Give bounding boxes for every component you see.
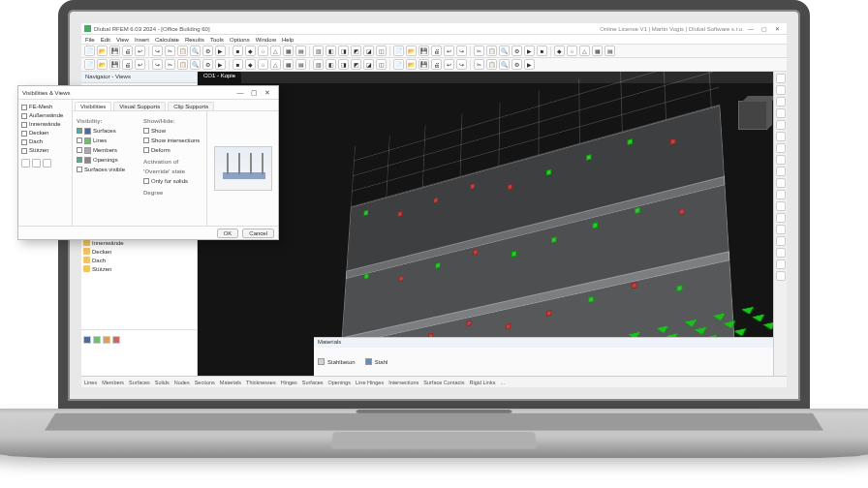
toolbar-button[interactable]: ▤: [295, 59, 306, 70]
toolbar-button[interactable]: ▦: [592, 46, 603, 56]
nav-tab-results-icon[interactable]: [112, 336, 120, 344]
checkbox-icon[interactable]: [77, 137, 82, 143]
dialog-tree-panel[interactable]: FE-MeshAußenwändeInnenwändeDeckenDachStü…: [18, 100, 73, 226]
dialog-titlebar[interactable]: Visibilities & Views — ▢ ✕: [18, 86, 278, 100]
side-tool-button[interactable]: [776, 225, 786, 234]
nav-tab-views-icon[interactable]: [103, 336, 110, 344]
toolbar-button[interactable]: ◫: [376, 46, 387, 56]
toolbar-button[interactable]: ↩: [135, 46, 145, 56]
toolbar-button[interactable]: ▤: [295, 46, 306, 56]
status-item[interactable]: Sections: [195, 380, 215, 385]
toolbar-button[interactable]: ↪: [456, 46, 467, 56]
dlg-option[interactable]: Members: [77, 145, 136, 155]
side-tool-button[interactable]: [776, 155, 786, 165]
menu-item[interactable]: Insert: [135, 37, 149, 43]
toolbar-button[interactable]: 📂: [406, 46, 417, 56]
toolbar-button[interactable]: ○: [258, 59, 268, 70]
toolbar-button[interactable]: 📂: [97, 46, 108, 56]
dlg-option[interactable]: Openings: [77, 155, 136, 165]
toolbar-button[interactable]: ◨: [338, 59, 349, 70]
toolbar-button[interactable]: ↪: [152, 46, 163, 56]
menu-item[interactable]: Calculate: [155, 37, 179, 43]
dlg-tree-item[interactable]: Außenwände: [21, 111, 69, 120]
toolbar-button[interactable]: ◆: [245, 46, 256, 56]
toolbar-button[interactable]: 🔍: [190, 59, 201, 70]
toolbar-button[interactable]: 🔍: [190, 46, 201, 56]
toolbar-button[interactable]: 📋: [486, 46, 497, 56]
menu-item[interactable]: Options: [230, 37, 250, 43]
status-item[interactable]: Nodes: [174, 380, 190, 385]
side-tool-button[interactable]: [776, 190, 786, 199]
dlg-tab-visibilities[interactable]: Visibilities: [75, 102, 111, 110]
min-icon[interactable]: —: [748, 26, 754, 32]
toolbar-button[interactable]: ◧: [326, 59, 336, 70]
toolbar-button[interactable]: 📋: [486, 59, 497, 70]
side-tool-button[interactable]: [776, 259, 786, 269]
toolbar-button[interactable]: ⚙: [512, 46, 522, 56]
side-tool-button[interactable]: [776, 108, 786, 118]
toolbar-button[interactable]: ▶: [215, 59, 226, 70]
toolbar-button[interactable]: ◆: [554, 46, 565, 56]
dlg-copy-icon[interactable]: [32, 159, 41, 168]
toolbar-button[interactable]: ↪: [152, 59, 163, 70]
dlg-option[interactable]: Surfaces visible: [77, 165, 136, 174]
status-item[interactable]: Lines: [84, 380, 97, 385]
dlg-option[interactable]: Deform: [143, 145, 202, 155]
toolbar-button[interactable]: 💾: [418, 59, 429, 70]
dlg-tab-clip[interactable]: Clip Supports: [168, 102, 214, 110]
toolbar-button[interactable]: ◆: [245, 59, 256, 70]
toolbar-button[interactable]: ■: [537, 46, 547, 56]
material-item[interactable]: Stahl: [365, 350, 388, 374]
toolbar-button[interactable]: ◩: [351, 59, 361, 70]
status-item[interactable]: Hinges: [281, 380, 297, 385]
material-item[interactable]: Stahlbeton: [318, 350, 356, 374]
checkbox-icon[interactable]: [77, 147, 82, 153]
viewcube[interactable]: [738, 101, 767, 130]
toolbar-button[interactable]: 📂: [406, 59, 417, 70]
side-tool-button[interactable]: [776, 271, 786, 281]
nav-tab-display-icon[interactable]: [93, 336, 101, 344]
checkbox-icon[interactable]: [77, 167, 82, 172]
toolbar-button[interactable]: ◩: [351, 46, 361, 56]
toolbar-button[interactable]: ◪: [363, 46, 374, 56]
toolbar-button[interactable]: ▶: [524, 59, 535, 70]
menu-item[interactable]: Results: [185, 37, 204, 43]
dlg-delete-icon[interactable]: [43, 159, 51, 168]
status-item[interactable]: Surfaces: [302, 380, 324, 385]
tree-item[interactable]: Stützen: [83, 264, 195, 273]
dialog-min-icon[interactable]: —: [233, 87, 247, 98]
menu-item[interactable]: Help: [282, 37, 294, 43]
toolbar-button[interactable]: 📂: [97, 59, 108, 70]
toolbar-button[interactable]: 🖨: [122, 59, 133, 70]
dialog-cancel-button[interactable]: Cancel: [242, 229, 274, 238]
toolbar-button[interactable]: ◨: [338, 46, 349, 56]
dlg-option[interactable]: Surfaces: [77, 126, 136, 136]
status-item[interactable]: Intersections: [388, 380, 418, 385]
max-icon[interactable]: ▢: [761, 25, 767, 32]
toolbar-button[interactable]: ▤: [604, 46, 615, 56]
side-tool-button[interactable]: [776, 248, 786, 258]
dlg-option[interactable]: Only for solids: [143, 176, 202, 186]
menu-item[interactable]: Edit: [101, 37, 110, 43]
toolbar-button[interactable]: 📋: [177, 46, 188, 56]
menu-item[interactable]: Window: [256, 37, 276, 43]
side-tool-button[interactable]: [776, 132, 786, 141]
dialog-max-icon[interactable]: ▢: [247, 87, 261, 98]
toolbar-button[interactable]: 🔍: [499, 59, 510, 70]
dlg-option[interactable]: Show: [143, 126, 202, 136]
toolbar-button[interactable]: ▥: [313, 46, 324, 56]
status-item[interactable]: ...: [500, 380, 505, 385]
toolbar-button[interactable]: ■: [232, 46, 243, 56]
status-item[interactable]: Solids: [155, 380, 170, 385]
side-tool-button[interactable]: [776, 178, 786, 188]
toolbar-button[interactable]: ✂: [474, 59, 484, 70]
side-tool-button[interactable]: [776, 85, 786, 95]
toolbar-button[interactable]: ▶: [215, 46, 226, 56]
side-tool-button[interactable]: [776, 236, 786, 246]
toolbar-button[interactable]: ✂: [474, 46, 484, 56]
dlg-option[interactable]: Show intersections: [143, 136, 202, 145]
toolbar-button[interactable]: 💾: [418, 46, 429, 56]
dialog-ok-button[interactable]: OK: [217, 229, 239, 238]
status-item[interactable]: Thicknesses: [246, 380, 276, 385]
toolbar-button[interactable]: ▦: [283, 46, 294, 56]
